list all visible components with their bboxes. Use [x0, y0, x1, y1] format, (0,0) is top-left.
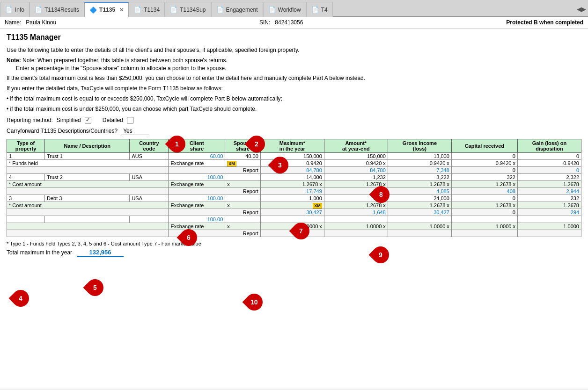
cell-exch-v3[interactable]: 1.2678 x: [388, 202, 451, 209]
cell-report-amt[interactable]: 1,562: [324, 188, 388, 195]
col-header-spouse: Spouseshare: [225, 139, 261, 152]
cell-amount[interactable]: 1,232: [324, 173, 388, 181]
cell-exch-v1[interactable]: 1.0000 x: [260, 223, 324, 230]
cell-exch-v4[interactable]: 1.2678 x: [451, 181, 517, 188]
cell-name[interactable]: Trust 2: [45, 173, 130, 181]
cell-capital[interactable]: 0: [451, 195, 517, 202]
cell-client[interactable]: 100.00: [169, 216, 225, 223]
tab-close-t1135[interactable]: ✕: [119, 7, 124, 13]
cell-exch-val1[interactable]: 0.9420: [260, 159, 324, 166]
cell-exch-v3[interactable]: 1.0000 x: [388, 223, 451, 230]
cell-type[interactable]: 3: [7, 195, 45, 202]
tab-t1134[interactable]: 📄 T1134: [129, 2, 165, 17]
cell-exch-v4[interactable]: 1.0000 x: [451, 223, 517, 230]
cell-spouse[interactable]: 40.00: [225, 152, 261, 159]
cell-type[interactable]: [7, 216, 45, 223]
cell-name[interactable]: Trust 1: [45, 152, 130, 159]
cell-gross[interactable]: 13,000: [388, 152, 451, 159]
tab-t1135[interactable]: 🔷 T1135 ✕: [84, 2, 129, 17]
cell-r5[interactable]: [517, 230, 581, 237]
table-row: 1 Trust 1 AUS 60.00 40.00 150,000 150,00…: [7, 152, 581, 159]
cell-country[interactable]: AUS: [130, 152, 169, 159]
cell-exch-v2[interactable]: 1.0000 x: [324, 223, 388, 230]
simplified-checkbox[interactable]: ✓: [85, 117, 91, 123]
cell-country[interactable]: USA: [130, 195, 169, 202]
cell-report-gain[interactable]: 0: [517, 166, 581, 173]
cell-report-gain[interactable]: 2,944: [517, 188, 581, 195]
cell-exch-val5[interactable]: 0.9420: [517, 159, 581, 166]
detailed-checkbox[interactable]: [127, 117, 133, 123]
info-tab-icon: 📄: [5, 6, 13, 13]
cell-gain[interactable]: 232: [517, 195, 581, 202]
cell-amount[interactable]: 150,000: [324, 152, 388, 159]
table-row: Exchange rate x 1.0000 x 1.0000 x 1.0000…: [7, 223, 581, 230]
tab-t4[interactable]: 📄 T4: [306, 2, 333, 17]
cell-exch-v2[interactable]: 1.2678 x: [324, 181, 388, 188]
cell-client[interactable]: 60.00: [169, 152, 225, 159]
cell-country[interactable]: [130, 216, 169, 223]
cell-report-max[interactable]: 17,749: [260, 188, 324, 195]
tab-t1134sup[interactable]: 📄 T1134Sup: [165, 2, 211, 17]
cell-capital[interactable]: 0: [451, 152, 517, 159]
cell-client[interactable]: 100.00: [169, 173, 225, 181]
cell-gross[interactable]: [388, 216, 451, 223]
cell-report-gross[interactable]: 7,348: [388, 166, 451, 173]
cell-exch-val4[interactable]: 0.9420 x: [451, 159, 517, 166]
col-header-client: Clientshare: [169, 139, 225, 152]
cell-gross[interactable]: 3,222: [388, 173, 451, 181]
cell-capital[interactable]: [451, 216, 517, 223]
cell-capital[interactable]: 322: [451, 173, 517, 181]
cell-gain[interactable]: 2,322: [517, 173, 581, 181]
cell-report-amt[interactable]: 1,648: [324, 209, 388, 216]
cell-type[interactable]: 4: [7, 173, 45, 181]
cell-name[interactable]: Debt 3: [45, 195, 130, 202]
cell-gain[interactable]: 0: [517, 152, 581, 159]
cell-maximum[interactable]: [260, 216, 324, 223]
cell-type[interactable]: 1: [7, 152, 45, 159]
cell-r4[interactable]: [451, 230, 517, 237]
table-row: 3 Debt 3 USA 100.00 1,000 1,300 24,000 0…: [7, 195, 581, 202]
cell-amount[interactable]: [324, 216, 388, 223]
cell-exch-v2[interactable]: 1.2678 x: [324, 202, 388, 209]
cell-gross[interactable]: 24,000: [388, 195, 451, 202]
cell-report-max[interactable]: 30,427: [260, 209, 324, 216]
cell-report-max[interactable]: 84,780: [260, 166, 324, 173]
cell-exch-v3[interactable]: 1.2678 x: [388, 181, 451, 188]
cell-r3[interactable]: [388, 230, 451, 237]
tab-workflow[interactable]: 📄 Workflow: [263, 2, 306, 17]
cell-exch-val3[interactable]: 0.9420 x: [388, 159, 451, 166]
tab-info[interactable]: 📄 Info: [0, 2, 29, 17]
col-header-name: Name / Description: [45, 139, 130, 152]
cell-exch-val2[interactable]: 0.9420 x: [324, 159, 388, 166]
cell-report-gross[interactable]: 30,427: [388, 209, 451, 216]
cell-spouse[interactable]: [225, 173, 261, 181]
cell-xm-cell: XM: [260, 202, 324, 209]
cell-maximum[interactable]: 150,000: [260, 152, 324, 159]
cell-country[interactable]: USA: [130, 173, 169, 181]
cell-r2[interactable]: [324, 230, 388, 237]
cell-spouse[interactable]: [225, 216, 261, 223]
cell-report-cap[interactable]: 0: [451, 166, 517, 173]
cell-report-amt[interactable]: 84,780: [324, 166, 388, 173]
cell-exch-v1[interactable]: 1.2678 x: [260, 181, 324, 188]
cell-exch-v5[interactable]: 1.0000: [517, 223, 581, 230]
cell-report-cap[interactable]: 408: [451, 188, 517, 195]
tab-nav-arrows: ◀▶: [577, 2, 588, 16]
cell-maximum[interactable]: 14,000: [260, 173, 324, 181]
cell-exch-v5[interactable]: 1.2678: [517, 181, 581, 188]
cell-report-gain[interactable]: 294: [517, 209, 581, 216]
carryforward-value[interactable]: Yes: [121, 127, 149, 135]
cell-report-gross[interactable]: 4,085: [388, 188, 451, 195]
cell-report-cap[interactable]: 0: [451, 209, 517, 216]
cell-exch-v4[interactable]: 1.2678 x: [451, 202, 517, 209]
cell-r1[interactable]: [260, 230, 324, 237]
tab-engagement[interactable]: 📄 Engagement: [211, 2, 263, 17]
cell-client[interactable]: 100.00: [169, 195, 225, 202]
cell-amount[interactable]: 1,300: [324, 195, 388, 202]
cell-gain[interactable]: [517, 216, 581, 223]
cell-maximum[interactable]: 1,000: [260, 195, 324, 202]
cell-name[interactable]: [45, 216, 130, 223]
tab-t1134results[interactable]: 📄 T1134Results: [29, 2, 84, 17]
cell-spouse[interactable]: [225, 195, 261, 202]
cell-exch-v5[interactable]: 1.2678: [517, 202, 581, 209]
